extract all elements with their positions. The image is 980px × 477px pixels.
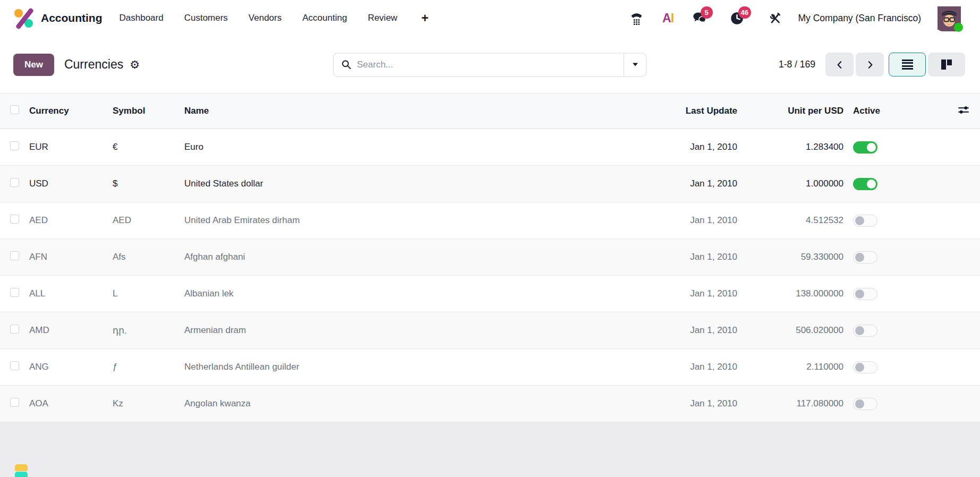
- navbar-systray: AI 5 46 My Company (San Francisco): [629, 6, 961, 30]
- cell-unit-per-usd[interactable]: 1.283400: [739, 129, 846, 166]
- cell-last-update[interactable]: Jan 1, 2010: [652, 386, 739, 422]
- cell-name[interactable]: Albanian lek: [184, 276, 652, 312]
- table-row[interactable]: AMD դր. Armenian dram Jan 1, 2010 506.02…: [0, 312, 980, 349]
- cell-name[interactable]: United Arab Emirates dirham: [184, 202, 652, 239]
- pager-next-button[interactable]: [856, 53, 884, 76]
- cell-unit-per-usd[interactable]: 138.000000: [739, 276, 846, 312]
- cell-currency[interactable]: AOA: [29, 386, 113, 422]
- menu-accounting[interactable]: Accounting: [302, 13, 347, 23]
- cell-unit-per-usd[interactable]: 506.020000: [739, 312, 846, 349]
- cell-symbol[interactable]: L: [113, 276, 184, 312]
- header-symbol[interactable]: Symbol: [113, 93, 184, 129]
- cell-unit-per-usd[interactable]: 117.080000: [739, 386, 846, 422]
- row-checkbox[interactable]: [10, 251, 19, 260]
- cell-name[interactable]: United States dollar: [184, 166, 652, 202]
- active-toggle[interactable]: [853, 288, 877, 300]
- voip-phone-icon[interactable]: [629, 10, 645, 26]
- cell-currency[interactable]: AMD: [29, 312, 113, 349]
- odoo-mark-yellow-square: [15, 464, 28, 471]
- cell-currency[interactable]: AED: [29, 202, 113, 239]
- cell-name[interactable]: Angolan kwanza: [184, 386, 652, 422]
- action-gear-icon[interactable]: ⚙: [130, 59, 140, 70]
- table-row[interactable]: AFN Afs Afghan afghani Jan 1, 2010 59.33…: [0, 239, 980, 276]
- cell-name[interactable]: Afghan afghani: [184, 239, 652, 276]
- header-unit-per-usd[interactable]: Unit per USD: [739, 93, 846, 129]
- table-row[interactable]: AOA Kz Angolan kwanza Jan 1, 2010 117.08…: [0, 386, 980, 422]
- user-avatar[interactable]: [938, 6, 961, 30]
- cell-currency[interactable]: AFN: [29, 239, 113, 276]
- ai-icon[interactable]: AI: [660, 10, 676, 26]
- active-toggle[interactable]: [853, 325, 877, 337]
- row-checkbox[interactable]: [10, 288, 19, 297]
- header-last-update[interactable]: Last Update: [652, 93, 739, 129]
- search-input[interactable]: [357, 59, 624, 70]
- cell-name[interactable]: Euro: [184, 129, 652, 166]
- cell-last-update[interactable]: Jan 1, 2010: [652, 312, 739, 349]
- app-name[interactable]: Accounting: [41, 12, 103, 24]
- plus-menu-icon[interactable]: +: [421, 11, 428, 25]
- menu-review[interactable]: Review: [368, 13, 397, 23]
- messages-icon[interactable]: 5: [692, 10, 708, 26]
- kanban-view-button[interactable]: [928, 53, 965, 76]
- row-checkbox[interactable]: [10, 141, 19, 150]
- table-header-row: Currency Symbol Name Last Update Unit pe…: [0, 93, 980, 129]
- menu-dashboard[interactable]: Dashboard: [120, 13, 164, 23]
- new-button[interactable]: New: [13, 54, 54, 76]
- active-toggle[interactable]: [853, 215, 877, 227]
- optional-columns-icon[interactable]: [957, 103, 970, 117]
- menu-vendors[interactable]: Vendors: [249, 13, 282, 23]
- active-toggle[interactable]: [853, 251, 877, 263]
- cell-last-update[interactable]: Jan 1, 2010: [652, 129, 739, 166]
- cell-last-update[interactable]: Jan 1, 2010: [652, 166, 739, 202]
- cell-symbol[interactable]: դր.: [113, 312, 184, 349]
- active-toggle[interactable]: [853, 141, 877, 154]
- tools-icon[interactable]: [767, 10, 783, 26]
- cell-last-update[interactable]: Jan 1, 2010: [652, 239, 739, 276]
- table-row[interactable]: USD $ United States dollar Jan 1, 2010 1…: [0, 166, 980, 202]
- pager-previous-button[interactable]: [825, 53, 854, 76]
- cell-last-update[interactable]: Jan 1, 2010: [652, 349, 739, 386]
- row-checkbox[interactable]: [10, 361, 19, 370]
- list-view-button[interactable]: [889, 53, 926, 76]
- cell-currency[interactable]: USD: [29, 166, 113, 202]
- row-checkbox[interactable]: [10, 215, 19, 224]
- cell-symbol[interactable]: AED: [113, 202, 184, 239]
- table-row[interactable]: AED AED United Arab Emirates dirham Jan …: [0, 202, 980, 239]
- cell-unit-per-usd[interactable]: 1.000000: [739, 166, 846, 202]
- odoo-mark-teal-square: [15, 472, 28, 477]
- cell-symbol[interactable]: Afs: [113, 239, 184, 276]
- header-active[interactable]: Active: [846, 93, 892, 129]
- row-checkbox[interactable]: [10, 325, 19, 334]
- header-currency[interactable]: Currency: [29, 93, 113, 129]
- activities-clock-icon[interactable]: 46: [729, 10, 745, 26]
- cell-unit-per-usd[interactable]: 59.330000: [739, 239, 846, 276]
- select-all-checkbox[interactable]: [10, 105, 19, 114]
- main-menu: Dashboard Customers Vendors Accounting R…: [120, 11, 429, 25]
- cell-symbol[interactable]: ƒ: [113, 349, 184, 386]
- cell-last-update[interactable]: Jan 1, 2010: [652, 276, 739, 312]
- app-brand[interactable]: Accounting: [13, 7, 103, 29]
- header-name[interactable]: Name: [184, 93, 652, 129]
- cell-unit-per-usd[interactable]: 4.512532: [739, 202, 846, 239]
- table-row[interactable]: EUR € Euro Jan 1, 2010 1.283400: [0, 129, 980, 166]
- cell-currency[interactable]: ANG: [29, 349, 113, 386]
- cell-currency[interactable]: ALL: [29, 276, 113, 312]
- company-switcher[interactable]: My Company (San Francisco): [798, 13, 921, 24]
- cell-symbol[interactable]: $: [113, 166, 184, 202]
- cell-symbol[interactable]: €: [113, 129, 184, 166]
- active-toggle[interactable]: [853, 178, 877, 190]
- row-checkbox[interactable]: [10, 398, 19, 407]
- cell-name[interactable]: Armenian dram: [184, 312, 652, 349]
- cell-name[interactable]: Netherlands Antillean guilder: [184, 349, 652, 386]
- table-row[interactable]: ALL L Albanian lek Jan 1, 2010 138.00000…: [0, 276, 980, 312]
- cell-symbol[interactable]: Kz: [113, 386, 184, 422]
- table-row[interactable]: ANG ƒ Netherlands Antillean guilder Jan …: [0, 349, 980, 386]
- menu-customers[interactable]: Customers: [184, 13, 228, 23]
- cell-unit-per-usd[interactable]: 2.110000: [739, 349, 846, 386]
- active-toggle[interactable]: [853, 398, 877, 410]
- search-dropdown-button[interactable]: [624, 53, 646, 76]
- active-toggle[interactable]: [853, 361, 877, 373]
- cell-last-update[interactable]: Jan 1, 2010: [652, 202, 739, 239]
- cell-currency[interactable]: EUR: [29, 129, 113, 166]
- row-checkbox[interactable]: [10, 178, 19, 187]
